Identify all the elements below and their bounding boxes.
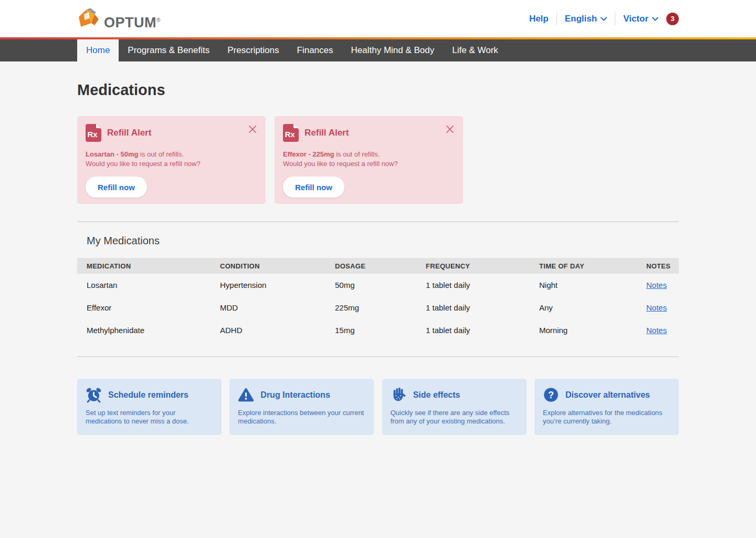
feature-card-title: Side effects [413, 390, 460, 400]
feature-card-description: Explore alternatives for the medications… [543, 409, 670, 426]
medication-cell: Losartan [77, 274, 211, 296]
feature-card-discover-alternatives[interactable]: ? Discover alternatives Explore alternat… [534, 379, 679, 435]
nav-tab-programs-benefits[interactable]: Programs & Benefits [119, 39, 218, 61]
svg-text:Rx: Rx [87, 130, 98, 139]
column-header-time-of-day: TIME OF DAY [530, 258, 637, 274]
site-header: OPTUM® Help English Victor 3 [0, 0, 756, 37]
feature-card-side-effects[interactable]: Side effects Quickly see if there are an… [382, 379, 527, 435]
alert-message-line2: Would you like to request a refill now? [283, 159, 455, 169]
column-header-frequency: FREQUENCY [416, 258, 530, 274]
drug-name: Effexor - 225mg [283, 150, 334, 158]
alert-message-line1: Effexor - 225mg is out of refills. [283, 150, 455, 159]
optum-logo-text: OPTUM® [104, 16, 161, 30]
notes-link[interactable]: Notes [646, 303, 667, 312]
medications-table: MEDICATION CONDITION DOSAGE FREQUENCY TI… [77, 258, 679, 342]
alert-message-rest: is out of refills. [334, 150, 380, 158]
warning-triangle-icon [238, 387, 254, 403]
feature-card-description: Quickly see if there are any side effect… [391, 409, 518, 426]
dosage-cell: 15mg [326, 319, 416, 342]
header-divider [556, 13, 557, 25]
help-link[interactable]: Help [529, 14, 549, 24]
alert-header: Rx Refill Alert [86, 124, 257, 142]
page-title: Medications [77, 81, 679, 99]
section-divider [77, 221, 679, 222]
alert-message-line1: Losartan - 50mg is out of refills. [86, 150, 257, 159]
feature-card-title: Discover alternatives [565, 390, 650, 400]
table-row-losartan: Losartan Hypertension 50mg 1 tablet dail… [77, 274, 679, 296]
alert-title: Refill Alert [107, 128, 151, 138]
close-icon [446, 127, 454, 135]
time-of-day-cell: Morning [530, 319, 637, 342]
header-links: Help English Victor 3 [529, 13, 679, 25]
dosage-cell: 225mg [326, 296, 416, 319]
time-of-day-cell: Any [530, 296, 637, 319]
drug-name: Losartan - 50mg [86, 150, 138, 158]
dosage-cell: 50mg [326, 274, 416, 296]
notes-link[interactable]: Notes [646, 281, 667, 289]
condition-cell: Hypertension [211, 274, 326, 296]
column-header-dosage: DOSAGE [326, 258, 416, 274]
condition-cell: MDD [211, 296, 326, 319]
hand-icon [391, 387, 407, 403]
svg-text:?: ? [548, 390, 554, 400]
optum-logo-mark-icon [77, 8, 101, 30]
alert-message-line2: Would you like to request a refill now? [86, 159, 257, 169]
column-header-condition: CONDITION [211, 258, 326, 274]
nav-tab-prescriptions[interactable]: Prescriptions [218, 39, 288, 61]
dismiss-alert-button[interactable] [445, 124, 455, 134]
rx-document-icon: Rx [283, 124, 299, 142]
user-name-label: Victor [623, 14, 648, 24]
alert-header: Rx Refill Alert [283, 124, 455, 142]
condition-cell: ADHD [211, 319, 326, 342]
chevron-down-icon [601, 17, 607, 21]
notes-link[interactable]: Notes [646, 326, 667, 335]
table-header-row: MEDICATION CONDITION DOSAGE FREQUENCY TI… [77, 258, 679, 274]
feature-card-title: Drug Interactions [260, 390, 330, 400]
feature-card-title: Schedule reminders [108, 390, 188, 400]
language-dropdown[interactable]: English [565, 14, 607, 24]
column-header-medication: MEDICATION [77, 258, 211, 274]
alert-message-rest: is out of refills. [138, 150, 184, 158]
close-icon [248, 127, 257, 135]
nav-tab-life-work[interactable]: Life & Work [443, 39, 507, 61]
user-dropdown[interactable]: Victor [623, 14, 658, 24]
main-nav: Home Programs & Benefits Prescriptions F… [0, 39, 756, 61]
main-content: Medications Rx Refill Alert [77, 81, 679, 467]
frequency-cell: 1 tablet daily [416, 319, 530, 342]
question-circle-icon: ? [543, 387, 559, 403]
notification-badge[interactable]: 3 [666, 13, 679, 25]
medication-cell: Methylphenidate [77, 319, 211, 342]
feature-card-description: Set up text reminders for your medicatio… [86, 409, 213, 426]
language-label: English [565, 14, 597, 24]
my-medications-heading: My Medications [77, 235, 679, 247]
medication-cell: Effexor [77, 296, 211, 319]
feature-cards-row: Schedule reminders Set up text reminders… [77, 379, 679, 467]
alert-title: Refill Alert [304, 128, 349, 138]
optum-logo[interactable]: OPTUM® [77, 8, 161, 30]
nav-tab-home[interactable]: Home [77, 39, 119, 61]
section-divider [77, 356, 679, 357]
refill-alert-card-effexor: Rx Refill Alert Effexor - 225mg is out o… [275, 116, 463, 204]
feature-card-schedule-reminders[interactable]: Schedule reminders Set up text reminders… [77, 379, 222, 435]
chevron-down-icon [652, 17, 658, 21]
alarm-clock-icon [86, 387, 102, 403]
nav-tab-finances[interactable]: Finances [288, 39, 342, 61]
feature-card-drug-interactions[interactable]: Drug Interactions Explore interactions b… [229, 379, 374, 435]
table-row-effexor: Effexor MDD 225mg 1 tablet daily Any Not… [77, 296, 679, 319]
refill-now-button[interactable]: Refill now [283, 177, 344, 198]
dismiss-alert-button[interactable] [247, 124, 258, 134]
refill-alert-card-losartan: Rx Refill Alert Losartan - 50mg is out o… [77, 116, 266, 204]
column-header-notes: NOTES [637, 258, 679, 274]
frequency-cell: 1 tablet daily [416, 296, 530, 319]
nav-tab-healthy-mind-body[interactable]: Healthy Mind & Body [342, 39, 444, 61]
refill-now-button[interactable]: Refill now [86, 177, 147, 198]
svg-text:Rx: Rx [285, 130, 295, 139]
frequency-cell: 1 tablet daily [416, 274, 530, 296]
refill-alerts-row: Rx Refill Alert Losartan - 50mg is out o… [77, 116, 679, 204]
rx-document-icon: Rx [86, 124, 101, 142]
feature-card-description: Explore interactions between your curren… [238, 409, 365, 426]
header-divider [615, 13, 615, 25]
time-of-day-cell: Night [530, 274, 637, 296]
table-row-methylphenidate: Methylphenidate ADHD 15mg 1 tablet daily… [77, 319, 679, 342]
